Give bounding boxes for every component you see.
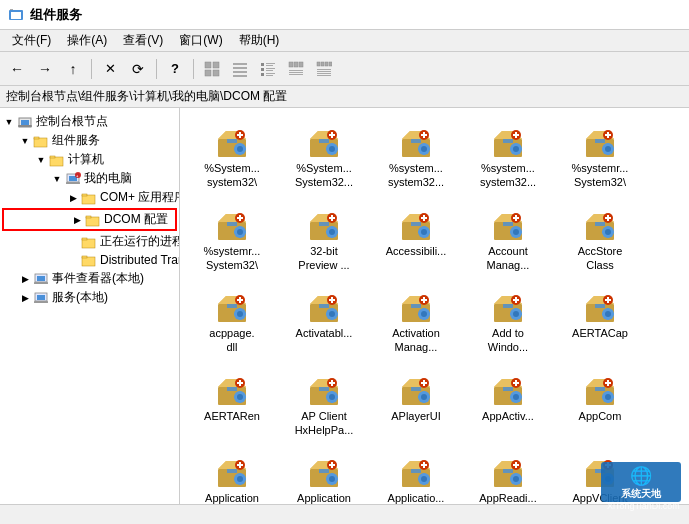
toolbar-delete[interactable]: ✕ [97,56,123,82]
toolbar-help[interactable]: ? [162,56,188,82]
icon-item[interactable]: AERTACap [556,281,644,360]
tree-item-computer[interactable]: ▼ 计算机 [0,150,179,169]
svg-rect-378 [427,478,430,480]
icon-item[interactable]: AppCom [556,364,644,443]
menu-help[interactable]: 帮助(H) [231,30,288,51]
icon-item[interactable]: %System... System32... [280,116,368,195]
icon-item[interactable]: AERTARen [188,364,276,443]
menu-action[interactable]: 操作(A) [59,30,115,51]
expander-comp-services[interactable]: ▼ [18,134,32,148]
svg-rect-143 [237,217,243,219]
expander-com-plus[interactable]: ▶ [66,191,80,205]
package-icon [580,369,620,409]
icon-item[interactable]: AppActiv... [464,364,552,443]
icon-item[interactable]: 32-bit Preview ... [280,199,368,278]
tree-label-dcom: DCOM 配置 [104,211,168,228]
menu-file[interactable]: 文件(F) [4,30,59,51]
svg-rect-98 [427,148,430,150]
tree-item-dcom[interactable]: ▶ DCOM 配置 [2,208,177,231]
svg-rect-221 [331,308,333,311]
tree-label-event: 事件查看器(本地) [52,270,144,287]
expander-computer[interactable]: ▼ [34,153,48,167]
icon-item[interactable]: acppage. dll [188,281,276,360]
tree-label-root: 控制台根节点 [36,113,108,130]
toolbar-view2[interactable] [227,56,253,82]
svg-rect-97 [418,148,421,150]
tree-item-running[interactable]: ▶ 正在运行的进程 [0,232,179,251]
expander-event[interactable]: ▶ [18,272,32,286]
toolbar-view1[interactable] [199,56,225,82]
icon-item[interactable]: Activation Manag... [372,281,460,360]
icon-item[interactable]: %systemr... System32\ [556,116,644,195]
icon-item[interactable]: AP Client HxHelpPa... [280,364,368,443]
menu-window[interactable]: 窗口(W) [171,30,230,51]
expander-mypc[interactable]: ▼ [50,172,64,186]
icon-item[interactable]: Account Manag... [464,199,552,278]
package-icon [396,369,436,409]
expander-root[interactable]: ▼ [2,115,16,129]
icon-item[interactable]: %System... system32\ [188,116,276,195]
svg-rect-336 [611,396,614,398]
tree-item-root[interactable]: ▼ 控制台根节点 [0,112,179,131]
icon-event [33,271,49,287]
icon-item[interactable]: APlayerUI [372,364,460,443]
tree-item-dist[interactable]: ▶ Distributed Trar [0,251,179,269]
toolbar-forward[interactable]: → [32,56,58,82]
icon-item[interactable]: Activatabl... [280,281,368,360]
svg-rect-265 [602,313,605,315]
tree-panel[interactable]: ▼ 控制台根节点 ▼ 组件服务 ▼ 计算机 [0,108,180,524]
toolbar-view3[interactable] [255,56,281,82]
svg-rect-277 [239,391,241,394]
svg-rect-165 [423,226,425,229]
svg-point-164 [421,229,427,235]
svg-rect-207 [239,308,241,311]
svg-rect-25 [289,74,303,75]
status-bar [0,504,689,524]
svg-rect-237 [418,313,421,315]
icon-label: Accessibili... [386,244,447,258]
icon-item[interactable]: Add to Windo... [464,281,552,360]
svg-point-234 [421,311,427,317]
svg-rect-81 [331,143,333,146]
svg-rect-224 [335,313,338,315]
menu-view[interactable]: 查看(V) [115,30,171,51]
expander-dcom[interactable]: ▶ [70,213,84,227]
svg-rect-6 [213,70,219,76]
icon-item[interactable]: Accessibili... [372,199,460,278]
svg-rect-8 [233,67,247,69]
package-icon [580,286,620,326]
package-icon [396,451,436,491]
toolbar-view4[interactable] [283,56,309,82]
icon-label: AppActiv... [482,409,534,423]
toolbar-view5[interactable] [311,56,337,82]
svg-rect-92 [411,139,421,143]
expander-services[interactable]: ▶ [18,291,32,305]
toolbar-back[interactable]: ← [4,56,30,82]
icon-item[interactable]: %system... system32... [464,116,552,195]
svg-rect-48 [86,217,99,226]
tree-item-com-plus[interactable]: ▶ COM+ 应用程序 [0,188,179,207]
tree-item-mypc[interactable]: ▼ + 我的电脑 [0,169,179,188]
package-icon [488,369,528,409]
svg-rect-47 [82,194,87,196]
toolbar-refresh[interactable]: ⟳ [125,56,151,82]
icon-computer [49,152,65,168]
svg-rect-32 [317,73,331,74]
toolbar-up[interactable]: ↑ [60,56,86,82]
watermark-icon: 🌐 [607,465,675,487]
icon-item[interactable]: AccStore Class [556,199,644,278]
tree-item-event[interactable]: ▶ 事件查看器(本地) [0,269,179,288]
icon-item[interactable]: %system... system32... [372,116,460,195]
tree-item-comp-services[interactable]: ▼ 组件服务 [0,131,179,150]
svg-rect-325 [513,382,519,384]
icon-root [17,114,33,130]
icon-item[interactable]: %systemr... System32\ [188,199,276,278]
svg-rect-347 [239,473,241,476]
svg-point-122 [605,146,611,152]
tree-item-services[interactable]: ▶ 服务(本地) [0,288,179,307]
icon-label: %System... system32\ [204,161,260,190]
svg-rect-339 [605,382,611,384]
svg-rect-152 [331,235,333,238]
svg-rect-68 [239,152,241,155]
svg-rect-167 [418,231,421,233]
